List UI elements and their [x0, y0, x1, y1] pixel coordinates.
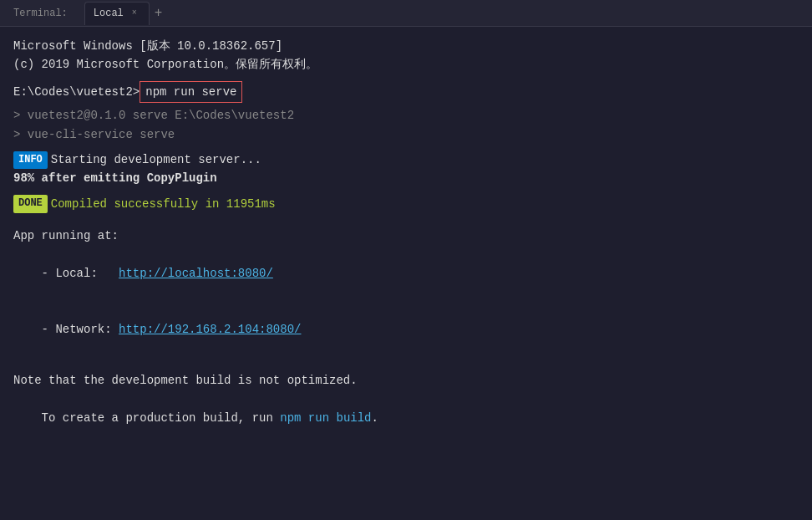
- done-text: Compiled successfully in 11951ms: [51, 195, 276, 213]
- info-line: INFO Starting development server...: [13, 150, 799, 169]
- note-prefix: To create a production build, run: [42, 411, 281, 425]
- line-copyright: (c) 2019 Microsoft Corporation。保留所有权利。: [13, 55, 799, 74]
- output-line-1: > vuetest2@0.1.0 serve E:\Codes\vuetest2: [13, 106, 799, 125]
- note-suffix: .: [371, 411, 378, 425]
- done-line: DONE Compiled successfully in 11951ms: [13, 195, 799, 213]
- note-line-2: To create a production build, run npm ru…: [13, 390, 799, 446]
- command-text: npm run serve: [140, 81, 242, 103]
- local-label: - Local:: [42, 267, 119, 280]
- info-badge: INFO: [13, 151, 48, 169]
- terminal-body: Microsoft Windows [版本 10.0.18362.657] (c…: [0, 27, 812, 520]
- local-url-line: - Local: http://localhost:8080/: [13, 246, 799, 302]
- note-command: npm run build: [280, 411, 371, 425]
- tab-add-icon[interactable]: +: [150, 2, 168, 25]
- note-line-1: Note that the development build is not o…: [13, 371, 799, 390]
- progress-text: 98% after emitting CopyPlugin: [13, 169, 799, 187]
- tab-bar: Terminal: Local × +: [0, 0, 812, 27]
- command-line: E:\Codes\vuetest2>npm run serve: [13, 81, 799, 103]
- output-line-2: > vue-cli-service serve: [13, 125, 799, 144]
- line-windows-version: Microsoft Windows [版本 10.0.18362.657]: [13, 37, 799, 55]
- tab-local-label: Local: [94, 8, 124, 19]
- info-text: Starting development server...: [51, 150, 261, 169]
- network-label: - Network:: [42, 323, 119, 336]
- app-running-label: App running at:: [13, 227, 799, 245]
- network-url-line: - Network: http://192.168.2.104:8080/: [13, 302, 799, 358]
- prompt: E:\Codes\vuetest2>: [13, 83, 140, 101]
- terminal-label: Terminal:: [7, 4, 74, 23]
- done-badge: DONE: [13, 195, 48, 212]
- network-url[interactable]: http://192.168.2.104:8080/: [119, 323, 301, 336]
- tab-close-icon[interactable]: ×: [129, 8, 140, 19]
- local-url[interactable]: http://localhost:8080/: [119, 267, 273, 280]
- tab-local[interactable]: Local ×: [84, 2, 150, 25]
